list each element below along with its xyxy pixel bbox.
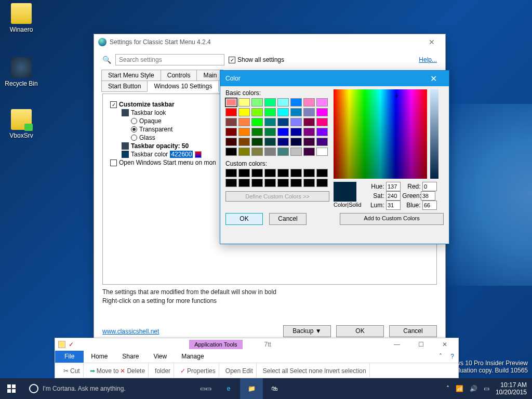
basic-swatch[interactable] <box>225 128 237 136</box>
basic-swatch[interactable] <box>251 128 263 136</box>
custom-swatch[interactable] <box>290 179 302 187</box>
custom-swatch[interactable] <box>238 179 250 187</box>
basic-swatch[interactable] <box>251 98 263 107</box>
tray-chevron-icon[interactable]: ˄ <box>446 385 449 392</box>
basic-swatch[interactable] <box>251 118 263 126</box>
custom-swatch[interactable] <box>277 179 289 187</box>
basic-swatch[interactable] <box>264 148 276 156</box>
basic-swatch[interactable] <box>316 108 328 116</box>
taskbar-store[interactable]: 🛍 <box>263 378 286 399</box>
backup-button[interactable]: Backup ▼ <box>283 325 331 337</box>
red-input[interactable] <box>422 182 437 191</box>
basic-swatch[interactable] <box>277 118 289 126</box>
tab-view[interactable]: View <box>146 351 174 363</box>
tab-manage[interactable]: Manage <box>174 351 211 363</box>
custom-swatch[interactable] <box>303 169 315 177</box>
show-all-checkbox[interactable]: ✓Show all settings <box>229 56 284 63</box>
basic-swatch[interactable] <box>251 148 263 156</box>
tray-network-icon[interactable]: 📶 <box>456 385 463 392</box>
search-input[interactable] <box>115 54 224 65</box>
basic-swatch[interactable] <box>225 98 237 107</box>
basic-swatch[interactable] <box>277 138 289 146</box>
basic-swatch[interactable] <box>238 108 250 116</box>
tab-controls[interactable]: Controls <box>161 70 197 81</box>
custom-swatch[interactable] <box>251 179 263 187</box>
basic-swatch[interactable] <box>251 138 263 146</box>
hue-input[interactable] <box>386 182 401 191</box>
taskbar-edge[interactable]: e <box>217 378 240 399</box>
lum-input[interactable] <box>386 201 401 210</box>
custom-swatch[interactable] <box>277 169 289 177</box>
file-tab[interactable]: File <box>55 351 84 363</box>
basic-swatch[interactable] <box>264 98 276 107</box>
ok-button[interactable]: OK <box>336 325 384 337</box>
cancel-button[interactable]: Cancel <box>389 325 437 337</box>
basic-swatch[interactable] <box>264 138 276 146</box>
basic-swatch[interactable] <box>238 138 250 146</box>
basic-swatch[interactable] <box>290 108 302 116</box>
color-ok-button[interactable]: OK <box>225 213 263 225</box>
basic-swatch[interactable] <box>303 148 315 156</box>
basic-swatch[interactable] <box>264 128 276 136</box>
basic-swatch[interactable] <box>303 128 315 136</box>
luminance-slider[interactable] <box>430 89 438 179</box>
tab-share[interactable]: Share <box>115 351 146 363</box>
basic-swatch[interactable] <box>303 138 315 146</box>
minimize-icon[interactable]: — <box>387 341 407 348</box>
custom-swatch[interactable] <box>225 169 237 177</box>
close-icon[interactable]: ✕ <box>420 38 443 46</box>
basic-swatch[interactable] <box>303 108 315 116</box>
tray-notifications-icon[interactable]: ▭ <box>484 385 489 392</box>
tray-volume-icon[interactable]: 🔊 <box>470 385 477 392</box>
basic-swatch[interactable] <box>316 98 328 107</box>
basic-swatch[interactable] <box>277 128 289 136</box>
blue-input[interactable] <box>422 201 437 210</box>
desktop-icon-winaero[interactable]: Winaero <box>3 3 39 33</box>
custom-swatch[interactable] <box>316 179 328 187</box>
basic-swatch[interactable] <box>316 118 328 126</box>
color-titlebar[interactable]: Color ✕ <box>220 71 449 86</box>
start-button[interactable] <box>0 378 23 399</box>
basic-swatch[interactable] <box>290 138 302 146</box>
basic-swatch[interactable] <box>316 148 328 156</box>
basic-swatch[interactable] <box>264 118 276 126</box>
basic-swatch[interactable] <box>238 128 250 136</box>
close-icon[interactable]: ✕ <box>434 341 455 348</box>
help-icon[interactable]: ? <box>446 351 458 363</box>
basic-swatch[interactable] <box>238 98 250 107</box>
taskbar-explorer[interactable]: 📁 <box>240 378 263 399</box>
basic-swatch[interactable] <box>277 98 289 107</box>
tab-startmenustyle[interactable]: Start Menu Style <box>101 70 161 81</box>
desktop-icon-recyclebin[interactable]: Recycle Bin <box>3 57 39 87</box>
tab-startbutton[interactable]: Start Button <box>101 81 148 92</box>
basic-swatch[interactable] <box>264 108 276 116</box>
help-link[interactable]: Help... <box>419 56 437 63</box>
basic-swatch[interactable] <box>225 108 237 116</box>
basic-swatch[interactable] <box>238 118 250 126</box>
tab-win10settings[interactable]: Windows 10 Settings <box>147 81 219 92</box>
color-gradient[interactable]: + <box>334 89 427 179</box>
cortana-search[interactable]: I'm Cortana. Ask me anything. <box>23 378 194 399</box>
basic-swatch[interactable] <box>290 148 302 156</box>
color-picker-icon[interactable] <box>195 151 202 158</box>
basic-swatch[interactable] <box>225 118 237 126</box>
custom-swatch[interactable] <box>225 179 237 187</box>
titlebar[interactable]: Settings for Classic Start Menu 4.2.4 ✕ <box>94 34 445 50</box>
basic-swatch[interactable] <box>225 148 237 156</box>
basic-swatch[interactable] <box>251 108 263 116</box>
sat-input[interactable] <box>386 191 401 201</box>
basic-swatch[interactable] <box>238 148 250 156</box>
basic-swatch[interactable] <box>277 108 289 116</box>
desktop-icon-vboxsrv[interactable]: VboxSrv <box>3 109 39 139</box>
classicshell-link[interactable]: www.classicshell.net <box>102 328 159 335</box>
taskbar-clock[interactable]: 10:17 AM10/20/2015 <box>496 381 527 396</box>
close-icon[interactable]: ✕ <box>423 74 444 84</box>
chevron-up-icon[interactable]: ˄ <box>435 351 446 363</box>
custom-swatch[interactable] <box>303 179 315 187</box>
green-input[interactable] <box>421 191 435 201</box>
taskview-icon[interactable]: ▭▭ <box>194 378 217 399</box>
basic-swatch[interactable] <box>303 118 315 126</box>
custom-swatch[interactable] <box>264 169 276 177</box>
basic-swatch[interactable] <box>303 98 315 107</box>
custom-swatch[interactable] <box>264 179 276 187</box>
